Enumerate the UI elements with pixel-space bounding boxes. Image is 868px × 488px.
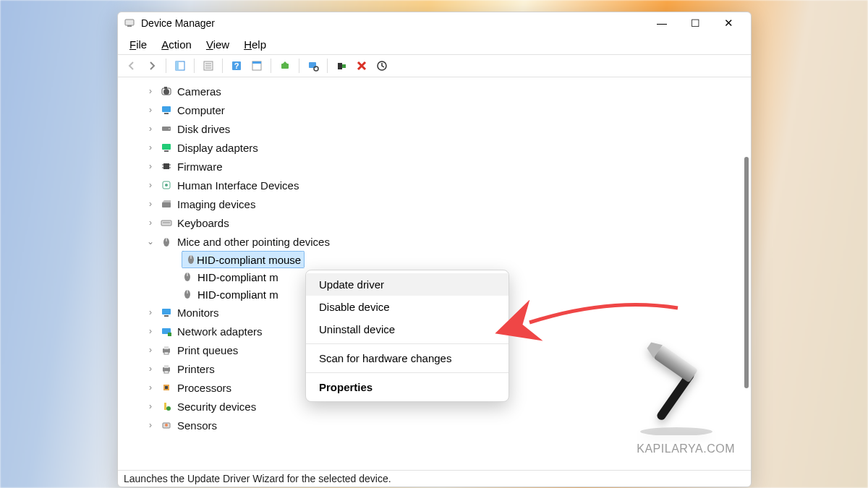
mouse-icon [182, 270, 193, 284]
scrollbar-thumb[interactable] [744, 157, 749, 388]
tree-category[interactable]: ›Cameras [131, 82, 751, 100]
tree-category-label: Human Interface Devices [177, 179, 299, 192]
selected-device[interactable]: HID-compliant mouse [182, 251, 305, 268]
chip-icon [160, 160, 173, 172]
tree-category[interactable]: ›Imaging devices [131, 194, 751, 213]
menu-help[interactable]: Help [237, 37, 273, 52]
help-button[interactable]: ? [227, 56, 246, 75]
tree-device-label: HID-compliant mouse [197, 254, 301, 266]
tree-category-label: Imaging devices [177, 198, 255, 210]
ctx-uninstall-device[interactable]: Uninstall device [306, 318, 509, 341]
statusbar: Launches the Update Driver Wizard for th… [118, 471, 751, 487]
svg-text:?: ? [234, 61, 239, 70]
close-button[interactable]: ✕ [712, 12, 745, 34]
expander-closed-icon[interactable]: › [145, 382, 156, 393]
expander-closed-icon[interactable]: › [145, 124, 156, 134]
svg-point-23 [169, 128, 170, 129]
expander-closed-icon[interactable]: › [145, 401, 156, 411]
properties-button[interactable] [199, 56, 218, 75]
ctx-separator [306, 372, 509, 373]
tree-category[interactable]: ›Sensors [131, 416, 751, 435]
update-driver-button[interactable] [276, 56, 294, 75]
tree-category-label: Processors [177, 382, 231, 394]
tree-category[interactable]: ›Display adapters [131, 138, 751, 157]
ctx-separator [306, 343, 509, 344]
show-hide-console-tree-button[interactable] [171, 56, 190, 75]
tree-category[interactable]: ›Firmware [131, 157, 751, 176]
ctx-update-driver[interactable]: Update driver [306, 273, 509, 296]
monitor-icon [160, 104, 173, 116]
expander-closed-icon[interactable]: › [145, 105, 156, 115]
svg-point-32 [165, 184, 168, 187]
scan-hardware-button[interactable] [304, 56, 323, 75]
device-manager-window: Device Manager — ☐ ✕ File Action View He… [117, 12, 752, 487]
svg-rect-3 [176, 61, 179, 70]
svg-point-57 [166, 406, 171, 411]
svg-rect-19 [164, 87, 167, 89]
maximize-button[interactable]: ☐ [678, 12, 712, 34]
svg-rect-1 [127, 25, 132, 27]
svg-rect-45 [164, 315, 169, 317]
camera-icon [160, 85, 173, 97]
svg-rect-55 [165, 386, 168, 389]
expander-closed-icon[interactable]: › [145, 420, 156, 430]
expander-closed-icon[interactable]: › [145, 307, 156, 317]
tree-category[interactable]: ›Computer [131, 100, 751, 119]
ctx-properties[interactable]: Properties [306, 376, 509, 398]
expander-closed-icon[interactable]: › [145, 180, 156, 190]
tree-category-label: Security devices [177, 401, 256, 413]
tree-category-label: Firmware [177, 160, 223, 173]
svg-rect-11 [252, 61, 261, 64]
view-button[interactable] [247, 56, 266, 75]
expander-closed-icon[interactable]: › [145, 364, 156, 374]
tree-category-label: Display adapters [177, 142, 258, 154]
hid-icon [160, 179, 173, 191]
titlebar[interactable]: Device Manager — ☐ ✕ [118, 12, 751, 34]
expander-closed-icon[interactable]: › [145, 86, 156, 96]
printer-icon [160, 363, 173, 374]
svg-rect-26 [163, 163, 169, 169]
expander-closed-icon[interactable]: › [145, 345, 156, 355]
mouse-icon [185, 253, 197, 267]
svg-point-59 [165, 424, 168, 427]
security-icon [160, 401, 173, 412]
svg-rect-24 [162, 144, 171, 150]
svg-rect-21 [164, 113, 169, 114]
tree-category[interactable]: ›Disk drives [131, 119, 751, 138]
forward-button[interactable] [142, 56, 161, 75]
sensor-icon [160, 419, 173, 431]
ctx-disable-device[interactable]: Disable device [306, 296, 509, 318]
expander-closed-icon[interactable]: › [145, 218, 156, 228]
tree-category-label: Keyboards [177, 217, 229, 229]
ctx-scan-hardware[interactable]: Scan for hardware changes [306, 347, 509, 369]
tree-device[interactable]: HID-compliant mouse [167, 251, 751, 268]
expander-closed-icon[interactable]: › [145, 326, 156, 336]
monitor-icon [160, 307, 173, 318]
tree-category[interactable]: ›Keyboards [131, 213, 751, 232]
enable-device-button[interactable] [332, 56, 351, 75]
tree-category-label: Disk drives [177, 123, 230, 135]
tree-category[interactable]: ⌄Mice and other pointing devices [131, 232, 751, 251]
svg-rect-33 [162, 202, 171, 207]
expander-closed-icon[interactable]: › [145, 199, 156, 209]
expander-closed-icon[interactable]: › [145, 161, 156, 171]
svg-rect-0 [125, 20, 134, 25]
menu-file[interactable]: File [122, 37, 154, 52]
tree-category-label: Cameras [177, 85, 221, 98]
tree-category-label: Monitors [177, 307, 219, 319]
menu-view[interactable]: View [199, 37, 237, 52]
statusbar-text: Launches the Update Driver Wizard for th… [124, 473, 391, 484]
processor-icon [160, 382, 173, 393]
expander-open-icon[interactable]: ⌄ [145, 236, 156, 247]
svg-rect-53 [164, 371, 169, 373]
menu-action[interactable]: Action [154, 37, 199, 52]
back-button[interactable] [122, 56, 141, 75]
tree-category[interactable]: ›Human Interface Devices [131, 176, 751, 194]
add-legacy-hardware-button[interactable] [373, 56, 391, 75]
minimize-button[interactable]: — [645, 12, 678, 34]
network-icon [160, 325, 173, 337]
mouse-icon [182, 288, 193, 301]
tree-category-label: Mice and other pointing devices [177, 236, 330, 248]
expander-closed-icon[interactable]: › [145, 142, 156, 153]
uninstall-device-button[interactable] [352, 56, 371, 75]
